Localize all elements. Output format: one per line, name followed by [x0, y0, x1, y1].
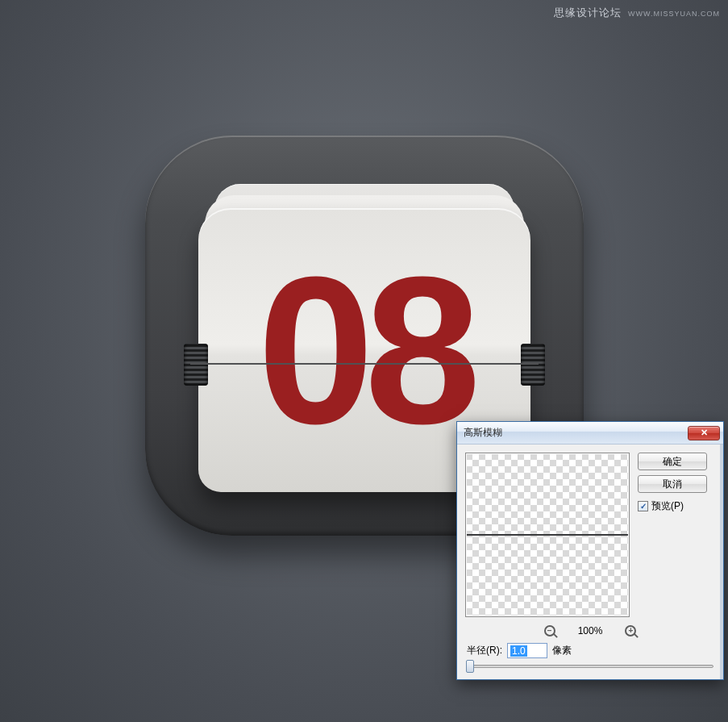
radius-unit: 像素 — [552, 644, 572, 657]
close-icon: ✕ — [701, 428, 708, 438]
dialog-title: 高斯模糊 — [464, 426, 502, 440]
preview-checkbox-label: 预览(P) — [651, 499, 684, 513]
radius-value: 1.0 — [510, 645, 527, 657]
dialog-body: 确定 取消 ✓ 预览(P) — [457, 444, 723, 625]
watermark-title: 思缘设计论坛 — [554, 6, 622, 19]
watermark-url: WWW.MISSYUAN.COM — [628, 10, 720, 18]
watermark: 思缘设计论坛 WWW.MISSYUAN.COM — [554, 5, 720, 20]
checkbox-icon: ✓ — [638, 501, 648, 511]
radius-row: 半径(R): 1.0 像素 — [457, 640, 723, 661]
radius-label: 半径(R): — [467, 644, 502, 657]
zoom-row: − 100% + — [457, 625, 723, 640]
preview-checkbox[interactable]: ✓ 预览(P) — [638, 499, 707, 513]
cancel-button-label: 取消 — [663, 478, 682, 491]
dialog-titlebar[interactable]: 高斯模糊 ✕ — [457, 422, 723, 444]
spindle-left — [184, 344, 208, 386]
vertical-scrollbar[interactable] — [720, 444, 723, 679]
flip-split-line — [190, 363, 539, 365]
radius-input[interactable]: 1.0 — [507, 643, 547, 658]
zoom-in-icon[interactable]: + — [625, 625, 636, 636]
ok-button[interactable]: 确定 — [638, 453, 707, 470]
zoom-percent: 100% — [578, 625, 603, 636]
radius-slider-row — [457, 661, 723, 679]
cancel-button[interactable]: 取消 — [638, 475, 707, 493]
zoom-out-icon[interactable]: − — [544, 625, 555, 636]
slider-thumb[interactable] — [466, 660, 474, 673]
radius-slider[interactable] — [467, 665, 713, 668]
preview-canvas[interactable] — [465, 453, 630, 617]
ok-button-label: 确定 — [663, 455, 682, 469]
gaussian-blur-dialog: 高斯模糊 ✕ 确定 取消 ✓ 预览(P) − 100% + 半径(R): 1.0 — [456, 421, 724, 680]
spindle-right — [521, 344, 545, 386]
close-button[interactable]: ✕ — [688, 426, 720, 440]
dialog-right-pane: 确定 取消 ✓ 预览(P) — [638, 453, 707, 617]
